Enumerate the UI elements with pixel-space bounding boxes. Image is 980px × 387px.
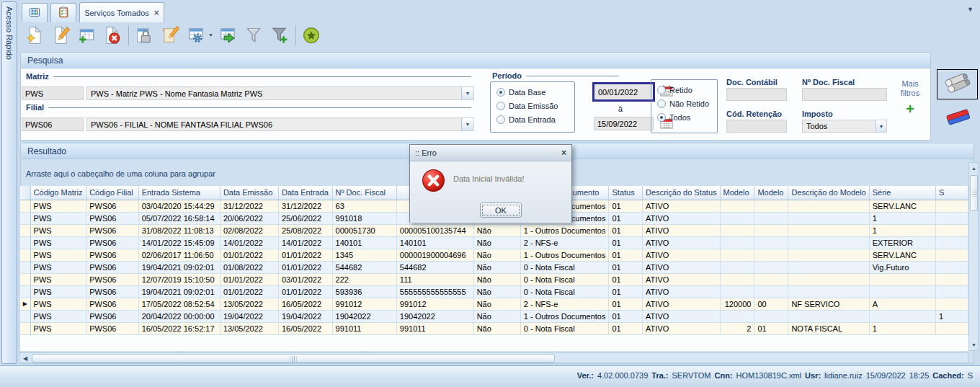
column-header[interactable]: Série bbox=[869, 186, 935, 200]
table-cell[interactable]: 0 - Nota Fiscal bbox=[520, 273, 609, 285]
table-cell[interactable]: 000005100135744 bbox=[396, 224, 473, 236]
table-cell[interactable]: 01/01/2022 bbox=[220, 249, 278, 261]
row-indicator[interactable] bbox=[20, 224, 30, 236]
vertical-scrollbar[interactable]: ▲ ▼ bbox=[968, 162, 979, 351]
table-cell[interactable]: 63 bbox=[332, 200, 396, 212]
insert-grid-row-button[interactable] bbox=[75, 24, 98, 47]
table-cell[interactable]: PWS bbox=[30, 200, 86, 212]
table-cell[interactable] bbox=[936, 212, 968, 224]
date-end-input[interactable]: 15/09/2022 bbox=[594, 117, 654, 130]
lock-record-button[interactable] bbox=[133, 24, 156, 47]
filial-dropdown-button[interactable]: ▼ bbox=[461, 118, 473, 130]
table-cell[interactable] bbox=[936, 261, 968, 273]
table-cell[interactable]: 0 - Nota Fiscal bbox=[520, 322, 609, 334]
table-cell[interactable]: PWS bbox=[30, 249, 86, 261]
table-cell[interactable] bbox=[936, 298, 968, 310]
column-header[interactable]: Modelo bbox=[754, 186, 788, 200]
table-cell[interactable]: PWS bbox=[30, 298, 86, 310]
search-button[interactable] bbox=[937, 69, 978, 99]
table-cell[interactable]: NOTA FISCAL bbox=[788, 322, 869, 334]
table-cell[interactable]: 01/08/2022 bbox=[220, 261, 278, 273]
table-cell[interactable]: 03/01/2022 bbox=[278, 273, 332, 285]
table-cell[interactable]: 12/07/2019 15:10:50 bbox=[138, 273, 220, 285]
table-cell[interactable]: PWS06 bbox=[86, 310, 138, 322]
table-cell[interactable] bbox=[788, 273, 869, 285]
row-indicator[interactable]: ▶ bbox=[20, 298, 30, 310]
imposto-dropdown-button[interactable]: ▼ bbox=[876, 120, 886, 132]
table-cell[interactable]: 1 bbox=[869, 212, 935, 224]
column-header[interactable]: Data Entrada bbox=[278, 186, 332, 200]
radio-data-entrada[interactable]: Data Entrada bbox=[496, 115, 556, 124]
table-cell[interactable]: 31/08/2022 11:08:13 bbox=[138, 224, 220, 236]
table-cell[interactable]: 140101 bbox=[332, 236, 396, 249]
table-cell[interactable]: PWS bbox=[30, 285, 86, 298]
table-cell[interactable]: 14/01/2022 bbox=[278, 236, 332, 249]
date-start-input[interactable]: 00/01/2022 bbox=[592, 82, 655, 102]
table-cell[interactable]: 991011 bbox=[396, 322, 473, 334]
table-cell[interactable]: 1345 bbox=[332, 249, 396, 261]
table-cell[interactable]: 19/04/2022 bbox=[278, 310, 332, 322]
delete-record-button[interactable] bbox=[101, 24, 124, 47]
table-cell[interactable]: 111 bbox=[396, 273, 473, 285]
table-cell[interactable]: 01 bbox=[609, 249, 643, 261]
table-cell[interactable]: 0 - Nota Fiscal bbox=[520, 261, 609, 273]
table-cell[interactable]: 03/04/2020 15:44:29 bbox=[138, 200, 220, 212]
table-cell[interactable]: PWS06 bbox=[86, 224, 138, 236]
table-cell[interactable] bbox=[936, 285, 968, 298]
table-cell[interactable]: 991018 bbox=[332, 212, 396, 224]
scroll-left-icon[interactable]: ◀ bbox=[20, 354, 30, 362]
row-indicator[interactable] bbox=[20, 261, 30, 273]
table-cell[interactable] bbox=[936, 200, 968, 212]
table-cell[interactable] bbox=[936, 236, 968, 249]
table-cell[interactable]: ATIVO bbox=[643, 212, 720, 224]
table-cell[interactable]: PWS06 bbox=[86, 212, 138, 224]
table-cell[interactable]: PWS06 bbox=[86, 236, 138, 249]
doc-contabil-input[interactable] bbox=[726, 88, 787, 101]
table-cell[interactable]: 1 bbox=[869, 322, 935, 334]
table-cell[interactable]: Não bbox=[473, 273, 520, 285]
search-panel-header[interactable]: Pesquisa bbox=[20, 52, 931, 68]
scroll-down-icon[interactable]: ▼ bbox=[970, 340, 978, 350]
table-cell[interactable]: PWS bbox=[30, 212, 86, 224]
table-cell[interactable] bbox=[788, 212, 869, 224]
table-cell[interactable]: 20/06/2022 bbox=[220, 212, 278, 224]
table-cell[interactable]: 555555555555555 bbox=[396, 285, 473, 298]
table-cell[interactable]: SERV.LANC bbox=[869, 249, 935, 261]
table-cell[interactable]: 19/04/2021 09:02:01 bbox=[138, 261, 220, 273]
mais-filtros-button[interactable]: Mais filtros + bbox=[892, 79, 928, 117]
tab-tasks[interactable] bbox=[50, 3, 76, 22]
table-cell[interactable]: 0 - Nota Fiscal bbox=[520, 285, 609, 298]
column-header[interactable]: Status bbox=[609, 186, 643, 200]
table-cell[interactable]: 05/07/2022 16:58:14 bbox=[138, 212, 220, 224]
table-cell[interactable]: 01 bbox=[609, 236, 643, 249]
table-cell[interactable]: PWS bbox=[30, 322, 86, 334]
table-cell[interactable]: A bbox=[869, 298, 935, 310]
column-header[interactable]: Descrição do Status bbox=[643, 186, 720, 200]
favorites-button[interactable] bbox=[300, 24, 323, 47]
table-cell[interactable]: 000001900004696 bbox=[396, 249, 473, 261]
table-cell[interactable] bbox=[720, 224, 754, 236]
tab-overflow-icon[interactable]: ▼ bbox=[967, 6, 974, 13]
vertical-scrollbar-thumb[interactable] bbox=[970, 175, 978, 211]
table-cell[interactable]: 222 bbox=[332, 273, 396, 285]
table-cell[interactable]: 991011 bbox=[332, 322, 396, 334]
table-cell[interactable] bbox=[936, 249, 968, 261]
table-cell[interactable]: ATIVO bbox=[643, 310, 720, 322]
table-cell[interactable] bbox=[720, 261, 754, 273]
table-cell[interactable]: 01 bbox=[609, 298, 643, 310]
table-cell[interactable] bbox=[869, 310, 935, 322]
table-cell[interactable]: 02/06/2017 11:06:50 bbox=[138, 249, 220, 261]
table-cell[interactable]: 13/05/2022 bbox=[220, 298, 278, 310]
filial-code-input[interactable]: PWS06 bbox=[22, 117, 84, 131]
table-cell[interactable] bbox=[788, 261, 869, 273]
audit-log-button[interactable] bbox=[159, 24, 182, 47]
row-indicator[interactable] bbox=[20, 200, 30, 212]
table-cell[interactable] bbox=[869, 273, 935, 285]
edit-record-button[interactable] bbox=[49, 24, 72, 47]
add-filter-button[interactable] bbox=[268, 24, 291, 47]
table-cell[interactable] bbox=[720, 310, 754, 322]
table-cell[interactable]: 1 - Outros Documentos bbox=[520, 249, 609, 261]
filial-combo[interactable]: PWS06 - FILIAL - NOME FANTASIA FILIAL PW… bbox=[86, 117, 474, 131]
radio-data-emissao[interactable]: Data Emissão bbox=[496, 102, 558, 110]
table-cell[interactable] bbox=[754, 273, 788, 285]
